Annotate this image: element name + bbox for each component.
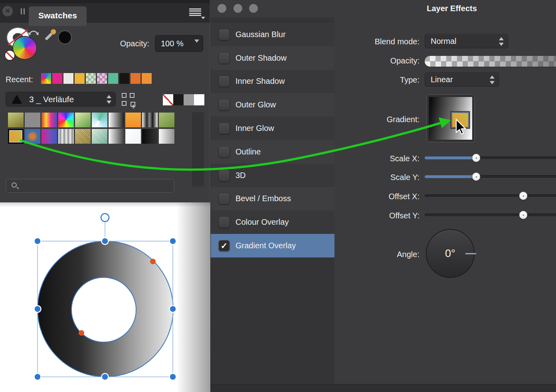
effect-row-3d[interactable]: 3D	[211, 164, 334, 187]
gradient-swatch[interactable]	[8, 113, 24, 127]
search-input[interactable]	[20, 180, 168, 191]
effect-row-outer-glow[interactable]: Outer Glow	[211, 93, 334, 117]
quick-swatch-black[interactable]	[173, 94, 184, 105]
quick-swatches-row	[163, 94, 204, 105]
stepper-icon	[490, 75, 495, 85]
recent-swatch[interactable]	[86, 73, 96, 84]
recent-label: Recent:	[6, 75, 33, 84]
checkbox-checked[interactable]: ✓	[218, 240, 230, 251]
gradient-swatch[interactable]	[75, 113, 91, 127]
window-minimize-button[interactable]	[233, 4, 242, 13]
gradient-swatch[interactable]	[109, 129, 124, 144]
fill-colour-wheel[interactable]	[13, 37, 36, 59]
swatch-grid-row-1	[8, 113, 174, 127]
effect-opacity-slider[interactable]	[425, 56, 556, 67]
effect-row-inner-shadow[interactable]: Inner Shadow	[211, 70, 334, 93]
swap-colours-icon[interactable]	[28, 27, 39, 37]
gradient-swatch[interactable]	[92, 129, 107, 144]
add-swatch-grid-icon[interactable]: +	[122, 93, 136, 106]
slider-thumb[interactable]	[472, 154, 481, 162]
effect-row-colour-overlay[interactable]: Colour Overlay	[211, 210, 334, 234]
caret-down-icon	[194, 40, 199, 43]
gradient-swatch[interactable]	[125, 129, 141, 144]
eyedropper-icon[interactable]	[45, 29, 58, 43]
current-colour-well[interactable]	[59, 31, 71, 44]
checkbox-unchecked[interactable]	[218, 170, 230, 181]
angle-dial[interactable]: 0°	[426, 229, 475, 278]
offset-y-label: Offset Y:	[389, 211, 419, 220]
effect-row-outer-shadow[interactable]: Outer Shadow	[211, 46, 334, 70]
recent-swatch[interactable]	[131, 73, 140, 84]
slider-thumb[interactable]	[519, 211, 527, 219]
recent-swatch[interactable]	[75, 73, 85, 84]
effect-row-gradient-overlay[interactable]: ✓ Gradient Overlay	[211, 234, 334, 257]
slider-thumb[interactable]	[519, 192, 527, 200]
gradient-handle-outer[interactable]	[150, 259, 156, 264]
recent-swatch[interactable]	[108, 73, 118, 84]
gradient-swatch-selected[interactable]	[8, 129, 24, 144]
gradient-type-select[interactable]: Linear	[425, 72, 499, 87]
gradient-swatch[interactable]	[25, 129, 40, 144]
opacity-label: Opacity:	[111, 39, 149, 48]
checkbox-unchecked[interactable]	[218, 216, 230, 228]
offset-y-slider[interactable]	[425, 211, 556, 219]
effect-row-gaussian-blur[interactable]: Gaussian Blur	[211, 23, 334, 46]
panel-menu-icon[interactable]	[189, 7, 204, 18]
gradient-swatch[interactable]	[42, 129, 57, 144]
checkbox-unchecked[interactable]	[218, 52, 230, 64]
checkbox-unchecked[interactable]	[218, 193, 230, 204]
panel-drag-handle-icon[interactable]	[21, 8, 26, 14]
gradient-swatch[interactable]	[125, 113, 141, 127]
blend-mode-select[interactable]: Normal	[425, 34, 508, 48]
slider-thumb[interactable]	[472, 172, 481, 181]
checkbox-unchecked[interactable]	[218, 75, 230, 87]
gradient-swatch[interactable]	[25, 113, 40, 127]
window-zoom-button[interactable]	[249, 4, 258, 13]
palette-dropdown[interactable]: 3 _ Verläufe	[6, 92, 116, 107]
gradient-swatch[interactable]	[109, 113, 124, 127]
gradient-swatch[interactable]	[92, 113, 107, 127]
recent-swatch[interactable]	[41, 73, 51, 84]
recent-swatch[interactable]	[97, 73, 107, 84]
checkbox-unchecked[interactable]	[218, 29, 230, 40]
gradient-swatch[interactable]	[58, 129, 74, 144]
gradient-swatch[interactable]	[142, 129, 158, 144]
recent-swatch[interactable]	[142, 73, 152, 84]
recent-swatch[interactable]	[119, 73, 129, 84]
scale-x-label: Scale X:	[390, 154, 419, 163]
no-colour-icon[interactable]	[5, 51, 14, 60]
gradient-swatch[interactable]	[159, 113, 174, 127]
type-label: Type:	[400, 75, 419, 85]
quick-swatch-none[interactable]	[163, 94, 173, 105]
app-screen: ✕ Swatches Opacity: 100 % Recent:	[0, 0, 556, 392]
swatch-scrollbar[interactable]	[192, 112, 204, 186]
scale-y-slider[interactable]	[425, 172, 556, 181]
rotation-handle[interactable]	[101, 214, 109, 222]
effect-row-outline[interactable]: Outline	[211, 140, 334, 164]
recent-swatch[interactable]	[52, 73, 62, 84]
offset-x-slider[interactable]	[425, 192, 556, 200]
recent-swatch[interactable]	[63, 73, 73, 84]
gradient-preview-button[interactable]	[426, 94, 475, 143]
gradient-swatch[interactable]	[142, 113, 158, 127]
checkbox-unchecked[interactable]	[218, 123, 230, 134]
dragged-gradient-swatch[interactable]	[451, 112, 469, 128]
effect-row-inner-glow[interactable]: Inner Glow	[211, 117, 334, 140]
opacity-dropdown[interactable]: 100 %	[155, 35, 203, 52]
gradient-swatch[interactable]	[159, 129, 174, 144]
gradient-swatch[interactable]	[75, 129, 91, 144]
quick-swatch-white[interactable]	[194, 94, 204, 105]
checkbox-unchecked[interactable]	[218, 99, 230, 111]
swatch-grid-row-2	[8, 129, 174, 144]
window-close-button[interactable]	[218, 4, 226, 13]
gradient-swatch[interactable]	[58, 113, 74, 127]
gradient-swatch[interactable]	[42, 113, 57, 127]
close-panel-icon[interactable]: ✕	[2, 6, 13, 16]
dialog-bottom-bar	[211, 384, 556, 392]
effect-row-bevel-emboss[interactable]: Bevel / Emboss	[211, 187, 334, 211]
gradient-handle-inner[interactable]	[79, 330, 84, 336]
checkbox-unchecked[interactable]	[218, 146, 230, 158]
tab-swatches[interactable]: Swatches	[29, 6, 87, 26]
scale-x-slider[interactable]	[425, 154, 556, 162]
quick-swatch-grey[interactable]	[184, 94, 194, 105]
